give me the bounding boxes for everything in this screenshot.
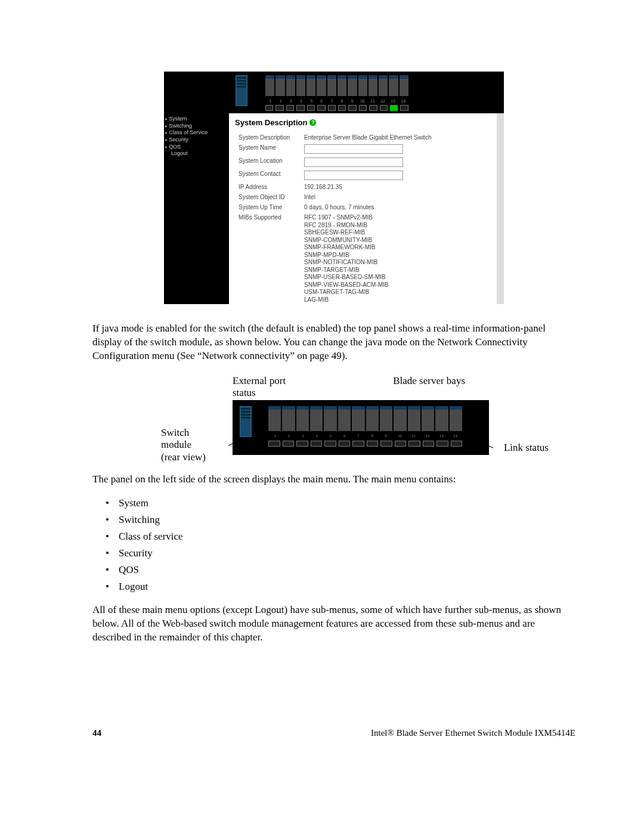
- scroll-up-icon[interactable]: ▴: [497, 113, 504, 120]
- row-value: 0 days, 0 hours, 7 minutes: [302, 203, 490, 212]
- row-label: MIBs Supported: [236, 213, 301, 304]
- scroll-down-icon[interactable]: ▾: [497, 297, 504, 304]
- page-number: 44: [92, 728, 101, 738]
- switch-module-icon: [236, 75, 247, 106]
- row-label: System Contact: [236, 169, 301, 181]
- system-info-table: System Description Enterprise Server Bla…: [235, 132, 491, 304]
- page-footer: 44 Intel® Blade Server Ethernet Switch M…: [92, 728, 575, 738]
- main-content-pane: ▴ System Description ? System Descriptio…: [229, 113, 504, 304]
- system-contact-field[interactable]: [304, 171, 403, 180]
- row-label: IP Address: [236, 182, 301, 191]
- link-leds: [268, 441, 462, 447]
- sidebar-item[interactable]: Logout: [165, 150, 228, 157]
- list-item: Switching: [119, 514, 575, 526]
- paragraph: The panel on the left side of the screen…: [92, 473, 575, 487]
- port-numbers: 1234567891011121314: [268, 433, 462, 438]
- page-title: System Description ?: [235, 118, 491, 127]
- switch-panel-image: 1234567891011121314 Switchmodule(rear vi…: [233, 400, 489, 455]
- menu-bullet-list: SystemSwitchingClass of serviceSecurityQ…: [92, 497, 575, 593]
- port-numbers: 1234567891011121314: [265, 99, 408, 103]
- callout-external-port: External portstatus: [233, 375, 286, 399]
- system-location-field[interactable]: [304, 157, 403, 167]
- row-value: Intel: [302, 193, 490, 202]
- switch-panel-header: 1234567891011121314: [164, 72, 504, 113]
- page-title-text: System Description: [235, 118, 307, 127]
- row-label: System Object ID: [236, 193, 301, 202]
- sidebar-item[interactable]: Security: [165, 137, 228, 144]
- system-description-screenshot: 1234567891011121314 SystemSwitchingClass…: [164, 72, 504, 304]
- row-value: Enterprise Server Blade Gigabit Ethernet…: [302, 133, 490, 142]
- pointer-line: [484, 443, 494, 448]
- list-item: Class of service: [119, 531, 575, 543]
- footer-title: Intel® Blade Server Ethernet Switch Modu…: [371, 728, 575, 738]
- pointer-line: [228, 441, 239, 446]
- port-strip: [265, 75, 408, 96]
- list-item: Logout: [119, 581, 575, 593]
- paragraph: All of these main menu options (except L…: [92, 603, 575, 645]
- list-item: System: [119, 497, 575, 509]
- paragraph: If java mode is enabled for the switch (…: [92, 322, 575, 363]
- row-label: System Up Time: [236, 203, 301, 212]
- sidebar-item[interactable]: System: [165, 116, 228, 123]
- sidebar-item[interactable]: QOS: [165, 144, 228, 151]
- switch-module-icon: [240, 406, 252, 437]
- switch-panel-figure: External portstatus Blade server bays 12…: [161, 375, 507, 455]
- system-name-field[interactable]: [304, 144, 403, 154]
- link-leds: [265, 105, 408, 111]
- mibs-list: RFC 1907 - SNMPv2-MIBRFC 2819 - RMON-MIB…: [302, 213, 490, 304]
- sidebar-item[interactable]: Switching: [165, 123, 228, 130]
- row-label: System Location: [236, 156, 301, 168]
- row-label: System Description: [236, 133, 301, 142]
- help-icon[interactable]: ?: [309, 119, 316, 126]
- list-item: QOS: [119, 564, 575, 576]
- port-strip: [268, 406, 462, 431]
- row-value: 192.168.21.35: [302, 182, 490, 191]
- sidebar-nav: SystemSwitchingClass of ServiceSecurityQ…: [164, 113, 229, 304]
- callout-blade-bays: Blade server bays: [393, 375, 465, 399]
- row-label: System Name: [236, 143, 301, 155]
- list-item: Security: [119, 547, 575, 559]
- callout-switch-module: Switchmodule(rear view): [161, 427, 227, 463]
- callout-link-status: Link status: [504, 442, 549, 454]
- sidebar-item[interactable]: Class of Service: [165, 129, 228, 137]
